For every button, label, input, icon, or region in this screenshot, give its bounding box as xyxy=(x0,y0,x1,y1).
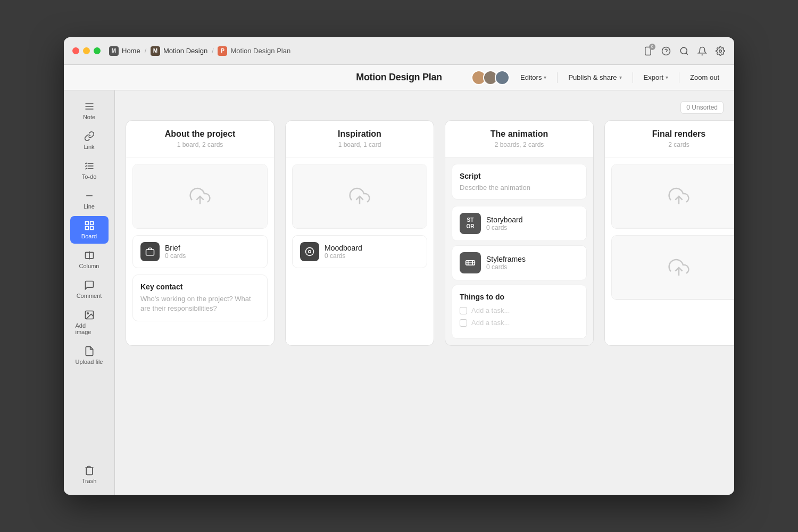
settings-icon[interactable] xyxy=(715,46,726,56)
svg-point-24 xyxy=(306,248,314,256)
svg-point-25 xyxy=(309,251,311,253)
storyboard-title: Storyboard xyxy=(486,215,522,224)
close-button[interactable] xyxy=(72,47,79,54)
sidebar: Note Link To-do Line xyxy=(64,90,115,495)
brief-card-item: Brief 0 cards xyxy=(133,236,267,268)
editor-avatars xyxy=(471,70,510,85)
comment-icon xyxy=(84,280,95,290)
column-icon xyxy=(84,250,95,261)
storyboard-card[interactable]: STOR Storyboard 0 cards xyxy=(452,206,587,241)
styleframes-card[interactable]: Styleframes 0 cards xyxy=(452,245,587,280)
upload-cloud-icon xyxy=(189,186,211,207)
storyboard-subtitle: 0 cards xyxy=(486,224,522,231)
trash-icon xyxy=(84,465,95,476)
final-cloud-icon-1 xyxy=(668,186,689,207)
key-contact-content: Key contact Who's working on the project… xyxy=(133,275,267,321)
board-icon xyxy=(84,220,95,231)
about-upload-area[interactable] xyxy=(133,164,267,228)
breadcrumb-home[interactable]: M Home xyxy=(109,46,140,56)
export-chevron: ▾ xyxy=(666,74,668,80)
inspiration-upload-card[interactable] xyxy=(292,164,427,229)
task-item-1[interactable]: Add a task... xyxy=(460,306,579,314)
sidebar-item-todo[interactable]: To-do xyxy=(70,156,109,184)
final-upload-area-1[interactable] xyxy=(612,164,734,228)
task-item-2[interactable]: Add a task... xyxy=(460,319,579,327)
final-renders-header: Final renders 2 cards xyxy=(605,121,734,157)
styleframes-info: Styleframes 0 cards xyxy=(486,255,526,271)
final-upload-card-1[interactable] xyxy=(611,164,734,229)
brief-info: Brief 0 cards xyxy=(165,244,260,260)
column-inspiration: Inspiration 1 board, 1 card xyxy=(285,120,434,346)
page-title: Motion Design Plan xyxy=(356,72,442,83)
breadcrumb: M Home / M Motion Design / P Motion Desi… xyxy=(109,46,290,56)
device-icon[interactable]: 0 xyxy=(643,46,653,56)
comment-label: Comment xyxy=(77,293,102,299)
brief-subtitle: 0 cards xyxy=(165,252,260,260)
inspiration-subtitle: 1 board, 1 card xyxy=(294,141,425,148)
zoom-out-button[interactable]: Zoom out xyxy=(686,71,724,84)
inspiration-upload-area[interactable] xyxy=(293,164,427,228)
todo-label: To-do xyxy=(82,173,97,180)
svg-rect-14 xyxy=(90,222,93,225)
title-bar: M Home / M Motion Design / P Motion Desi… xyxy=(64,37,734,65)
sidebar-item-column[interactable]: Column xyxy=(70,246,109,273)
task-text-1: Add a task... xyxy=(471,306,510,314)
svg-rect-16 xyxy=(85,227,88,230)
about-upload-card[interactable] xyxy=(132,164,268,229)
toolbar-divider-3 xyxy=(679,72,679,83)
toolbar-right: Editors ▾ Publish & share ▾ Export ▾ Zoo… xyxy=(471,70,724,85)
sidebar-item-link[interactable]: Link xyxy=(70,127,109,154)
notifications-icon[interactable] xyxy=(697,46,708,56)
sidebar-item-comment[interactable]: Comment xyxy=(70,276,109,303)
link-icon xyxy=(84,131,95,142)
breadcrumb-workspace-label: Motion Design xyxy=(163,47,207,55)
publish-share-button[interactable]: Publish & share ▾ xyxy=(564,71,626,84)
script-card[interactable]: Script Describe the animation xyxy=(452,164,587,200)
line-label: Line xyxy=(84,203,95,210)
things-to-do-title: Things to do xyxy=(460,293,579,301)
export-button[interactable]: Export ▾ xyxy=(639,71,673,84)
sidebar-item-board[interactable]: Board xyxy=(70,216,109,244)
task-checkbox-2[interactable] xyxy=(460,319,467,327)
board-label: Board xyxy=(81,233,97,239)
maximize-button[interactable] xyxy=(94,47,101,54)
brief-card[interactable]: Brief 0 cards xyxy=(132,235,268,268)
sidebar-item-line[interactable]: Line xyxy=(70,186,109,214)
sidebar-item-add-image[interactable]: Add image xyxy=(70,305,109,339)
moodboard-card[interactable]: Moodboard 0 cards xyxy=(292,235,427,268)
brief-icon xyxy=(140,242,160,261)
editors-button[interactable]: Editors ▾ xyxy=(516,71,551,84)
task-checkbox-1[interactable] xyxy=(460,307,467,314)
unsorted-bar: 0 Unsorted xyxy=(126,101,724,114)
breadcrumb-workspace[interactable]: M Motion Design xyxy=(151,46,207,56)
sidebar-item-note[interactable]: Note xyxy=(70,97,109,124)
final-cloud-icon-2 xyxy=(668,257,689,278)
help-icon[interactable] xyxy=(661,46,671,56)
animation-header: The animation 2 boards, 2 cards xyxy=(445,121,593,157)
toolbar-divider-2 xyxy=(633,72,633,83)
search-icon[interactable] xyxy=(679,46,689,56)
key-contact-title: Key contact xyxy=(140,282,260,291)
moodboard-card-item: Moodboard 0 cards xyxy=(293,236,427,268)
traffic-lights xyxy=(72,47,101,54)
note-icon xyxy=(84,101,95,112)
content-area[interactable]: 0 Unsorted About the project 1 board, 2 … xyxy=(115,90,734,495)
breadcrumb-page[interactable]: P Motion Design Plan xyxy=(218,46,290,56)
minimize-button[interactable] xyxy=(83,47,90,54)
final-upload-area-2[interactable] xyxy=(612,236,734,300)
key-contact-card[interactable]: Key contact Who's working on the project… xyxy=(132,275,268,321)
key-contact-body: Who's working on the project? What are t… xyxy=(140,294,260,313)
sidebar-item-upload-file[interactable]: Upload file xyxy=(70,342,109,369)
styleframes-subtitle: 0 cards xyxy=(486,263,526,271)
things-to-do-section: Things to do Add a task... Add a task... xyxy=(452,285,587,339)
moodboard-icon xyxy=(300,242,319,261)
sidebar-item-trash[interactable]: Trash xyxy=(70,461,109,488)
page-icon: P xyxy=(218,46,227,56)
about-project-subtitle: 1 board, 2 cards xyxy=(135,141,265,148)
todo-icon xyxy=(84,161,95,171)
breadcrumb-sep-2: / xyxy=(212,47,213,55)
final-upload-card-2[interactable] xyxy=(611,235,734,300)
final-renders-title: Final renders xyxy=(613,129,734,139)
animation-title: The animation xyxy=(454,129,585,139)
script-title: Script xyxy=(460,172,579,180)
